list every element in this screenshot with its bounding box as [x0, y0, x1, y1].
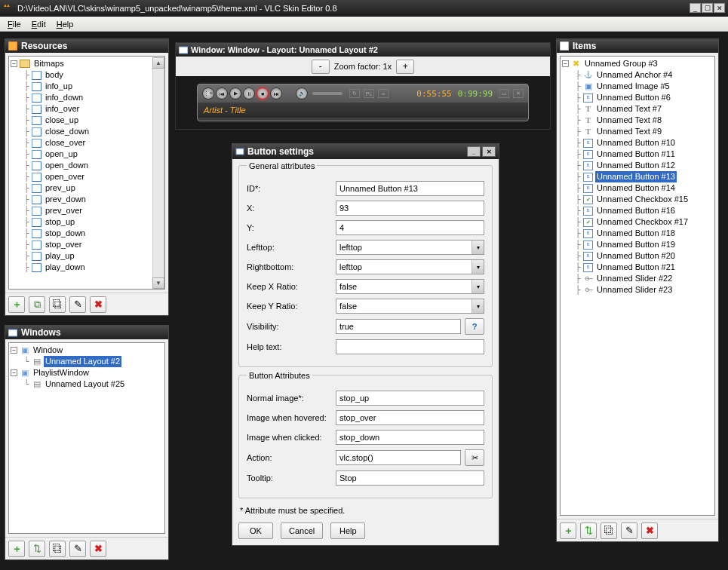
ok-button[interactable]: OK — [238, 522, 273, 539]
copy-button[interactable]: ⿻ — [49, 541, 66, 557]
tree-item[interactable]: ├stop_down — [11, 228, 163, 239]
tree-item[interactable]: ├Unnamed Text #8 — [562, 115, 713, 126]
delete-button[interactable]: ✖ — [90, 296, 106, 313]
tree-item[interactable]: ├Unnamed Button #20 — [562, 250, 713, 262]
edit-button[interactable]: ✎ — [69, 296, 86, 313]
skin-preview[interactable]: ⋮≡ ⏮ ▶ ⏸ ■ ⏭ 🔊 ↻ PL ≡ 0:55:550:99:99 ▭ ✕ — [197, 84, 529, 121]
tree-item[interactable]: ├prev_over — [11, 205, 163, 216]
scrollbar-track[interactable] — [152, 69, 164, 277]
action-input[interactable] — [336, 450, 461, 465]
add-button[interactable]: ＋ — [8, 541, 25, 557]
close-button[interactable]: ✕ — [714, 3, 725, 13]
tree-item[interactable]: ├prev_down — [11, 194, 163, 205]
helptext-input[interactable] — [336, 339, 484, 354]
skin-vol-slider[interactable] — [312, 92, 342, 95]
skin-play-button[interactable]: ▶ — [229, 87, 241, 100]
tree-item[interactable]: ├Unnamed Button #18 — [562, 228, 713, 239]
tree-item[interactable]: ├open_up — [11, 149, 163, 160]
tree-item[interactable]: ├stop_up — [11, 216, 163, 228]
tree-item[interactable]: ├info_over — [11, 103, 163, 115]
visibility-help-button[interactable]: ? — [465, 318, 484, 335]
skin-loop-button[interactable]: ↻ — [349, 89, 360, 98]
add-button[interactable]: ＋ — [8, 296, 25, 313]
tree-root[interactable]: −Unnamed Group #3 — [562, 58, 713, 69]
menu-file[interactable]: File — [2, 18, 26, 30]
rightbottom-select[interactable]: lefttop▾ — [336, 259, 484, 274]
click-image-input[interactable] — [336, 430, 484, 445]
tree-item[interactable]: ├Unnamed Button #19 — [562, 239, 713, 250]
scroll-up[interactable]: ▲ — [152, 57, 164, 69]
tree-root[interactable]: −Bitmaps — [11, 58, 163, 69]
tree-item[interactable]: ├Unnamed Text #9 — [562, 126, 713, 137]
tree-item[interactable]: ├body — [11, 69, 163, 81]
lefttop-select[interactable]: lefttop▾ — [336, 240, 484, 255]
tree-item[interactable]: ├Unnamed Slider #22 — [562, 273, 713, 284]
cancel-button[interactable]: Cancel — [281, 522, 323, 539]
delete-button[interactable]: ✖ — [90, 541, 106, 557]
minimize-button[interactable]: _ — [690, 3, 701, 13]
add-button[interactable]: ＋ — [560, 522, 576, 539]
tree-item[interactable]: ├info_up — [11, 81, 163, 92]
id-input[interactable] — [336, 181, 484, 196]
zoom-in-button[interactable]: + — [396, 60, 414, 74]
tree-item[interactable]: ├Unnamed Button #6 — [562, 92, 713, 103]
tree-item[interactable]: ├Unnamed Image #5 — [562, 81, 713, 92]
zoom-out-button[interactable]: - — [312, 60, 330, 74]
edit-button[interactable]: ✎ — [69, 541, 86, 557]
tree-item[interactable]: ├Unnamed Button #10 — [562, 137, 713, 149]
tree-item[interactable]: ├Unnamed Slider #23 — [562, 284, 713, 296]
tree-item[interactable]: ├play_down — [11, 262, 163, 273]
tree-item[interactable]: ├prev_up — [11, 182, 163, 194]
preview-header[interactable]: Window: Window - Layout: Unnamed Layout … — [176, 43, 550, 57]
tree-item[interactable]: ├Unnamed Text #7 — [562, 103, 713, 115]
keepy-select[interactable]: false▾ — [336, 299, 484, 314]
tree-item[interactable]: ├Unnamed Anchor #4 — [562, 69, 713, 81]
action-edit-button[interactable]: ✂ — [465, 449, 484, 466]
scroll-down[interactable]: ▼ — [152, 277, 164, 289]
preview-canvas[interactable]: ⋮≡ ⏮ ▶ ⏸ ■ ⏭ 🔊 ↻ PL ≡ 0:55:550:99:99 ▭ ✕ — [176, 76, 550, 129]
y-input[interactable] — [336, 220, 484, 235]
tree-item[interactable]: ├Unnamed Button #11 — [562, 149, 713, 160]
tree-window-2[interactable]: −PlaylistWindow — [11, 367, 163, 378]
skin-stop-button[interactable]: ■ — [256, 87, 269, 100]
tree-item[interactable]: ├stop_over — [11, 239, 163, 250]
tree-item[interactable]: ├Unnamed Button #14 — [562, 182, 713, 194]
windows-tree[interactable]: −Window └Unnamed Layout #2 −PlaylistWind… — [8, 342, 165, 534]
tree-item[interactable]: ├info_down — [11, 92, 163, 103]
dialog-close[interactable]: ✕ — [482, 146, 496, 157]
titlebar[interactable]: D:\VideoLAN\VLC\skins\winamp5_unpacked\w… — [0, 0, 728, 17]
copy-button[interactable]: ⿻ — [49, 296, 66, 313]
x-input[interactable] — [336, 201, 484, 216]
tree-item[interactable]: ├close_over — [11, 137, 163, 149]
skin-prev-button[interactable]: ⏮ — [216, 87, 228, 100]
copy-button[interactable]: ⿻ — [601, 522, 617, 539]
add-folder-button[interactable]: ⧉ — [29, 296, 45, 313]
help-button[interactable]: Help — [330, 522, 365, 539]
tree-layout-2[interactable]: └Unnamed Layout #25 — [11, 378, 163, 390]
tree-item[interactable]: ├Unnamed Checkbox #15 — [562, 194, 713, 205]
tree-item[interactable]: ├Unnamed Button #16 — [562, 205, 713, 216]
tree-item[interactable]: ├close_down — [11, 126, 163, 137]
keepx-select[interactable]: false▾ — [336, 279, 484, 294]
delete-button[interactable]: ✖ — [641, 522, 658, 539]
visibility-input[interactable] — [336, 319, 461, 334]
skin-pause-button[interactable]: ⏸ — [243, 87, 255, 100]
tree-window-1[interactable]: −Window — [11, 345, 163, 356]
hover-image-input[interactable] — [336, 410, 484, 425]
tree-layout-1[interactable]: └Unnamed Layout #2 — [11, 356, 163, 367]
tree-item[interactable]: ├Unnamed Button #12 — [562, 160, 713, 171]
move-button[interactable]: ⇅ — [580, 522, 597, 539]
menu-edit[interactable]: Edit — [26, 18, 51, 30]
tooltip-input[interactable] — [336, 470, 484, 486]
skin-vol-button[interactable]: 🔊 — [296, 87, 308, 100]
skin-min-button[interactable]: ▭ — [499, 89, 509, 98]
skin-eq-button[interactable]: ≡ — [378, 89, 389, 98]
resources-tree[interactable]: −Bitmaps├body├info_up├info_down├info_ove… — [8, 56, 165, 290]
tree-item[interactable]: ├play_up — [11, 250, 163, 262]
tree-item[interactable]: ├Unnamed Checkbox #17 — [562, 216, 713, 228]
edit-button[interactable]: ✎ — [621, 522, 637, 539]
dialog-minimize[interactable]: _ — [467, 146, 481, 157]
tree-item[interactable]: ├open_over — [11, 171, 163, 182]
skin-next-button[interactable]: ⏭ — [270, 87, 282, 100]
menu-help[interactable]: Help — [51, 18, 79, 30]
